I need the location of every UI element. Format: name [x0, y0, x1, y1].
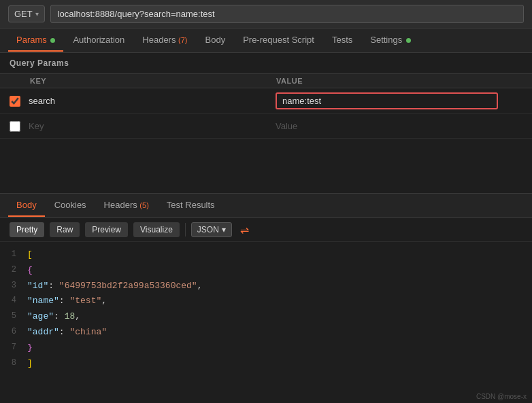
json-line: 4 "name": "test",	[0, 294, 532, 309]
line-number: 8	[0, 357, 27, 371]
watermark: CSDN @mose-x	[476, 393, 527, 400]
tab-params[interactable]: Params	[8, 29, 63, 52]
chevron-down-icon: ▾	[35, 10, 39, 18]
response-tab-headers[interactable]: Headers (5)	[96, 194, 157, 217]
token: :	[54, 311, 65, 321]
format-btn-pretty[interactable]: Pretty	[10, 222, 44, 237]
token: "china"	[69, 327, 107, 337]
json-line: 2 {	[0, 263, 532, 279]
token: :	[59, 327, 70, 337]
json-chevron-icon: ▾	[222, 225, 226, 234]
token: ,	[197, 281, 203, 291]
token: "name"	[27, 296, 59, 306]
line-content: ]	[27, 357, 33, 371]
line-content: [	[27, 248, 33, 262]
format-btn-preview[interactable]: Preview	[85, 222, 128, 237]
line-number: 3	[0, 279, 27, 294]
param-value-cell-placeholder: Value	[276, 121, 522, 131]
param-row-search: search	[0, 88, 532, 114]
section-label: Query Params	[0, 53, 532, 73]
json-line: 1[	[0, 247, 532, 263]
line-number: 2	[0, 264, 27, 278]
line-number: 7	[0, 341, 27, 355]
json-body: 1[2 {3 "id": "6499753bd2f2a99a53360ced",…	[0, 242, 532, 376]
spacer	[0, 139, 532, 193]
tab-tests[interactable]: Tests	[324, 29, 361, 52]
param-value-input-search[interactable]	[276, 92, 498, 109]
params-dot	[50, 38, 55, 43]
line-number: 1	[0, 248, 27, 262]
headers-badge: (7)	[178, 36, 187, 44]
line-content: }	[27, 341, 33, 355]
token: [	[27, 249, 33, 260]
format-btn-raw[interactable]: Raw	[50, 222, 80, 237]
token: "id"	[27, 281, 48, 291]
format-separator	[185, 223, 186, 236]
settings-dot	[406, 38, 411, 43]
line-content: "age": 18,	[27, 310, 80, 324]
line-content: "name": "test",	[27, 294, 107, 309]
json-line: 7 }	[0, 340, 532, 356]
json-line: 6 "addr": "china"	[0, 325, 532, 340]
token: 18	[65, 311, 76, 321]
method-selector[interactable]: GET ▾	[8, 5, 45, 22]
tab-body[interactable]: Body	[197, 29, 234, 52]
request-tabs-bar: Params Authorization Headers (7) Body Pr…	[0, 29, 532, 53]
tab-settings[interactable]: Settings	[362, 29, 419, 52]
response-tabs-bar: Body Cookies Headers (5) Test Results	[0, 194, 532, 218]
line-number: 4	[0, 294, 27, 309]
token: :	[59, 296, 70, 306]
token: ,	[101, 296, 107, 306]
param-row-placeholder: Key Value	[0, 114, 532, 139]
line-content: "addr": "china"	[27, 326, 107, 340]
param-checkbox-search[interactable]	[10, 96, 20, 107]
tab-headers[interactable]: Headers (7)	[134, 29, 195, 52]
col-key-header: KEY	[10, 77, 276, 85]
param-checkbox-placeholder[interactable]	[10, 121, 20, 132]
tab-authorization[interactable]: Authorization	[65, 29, 133, 52]
query-params-section: Query Params KEY VALUE search Key Value	[0, 53, 532, 139]
url-bar: GET ▾	[0, 0, 532, 29]
url-input[interactable]	[50, 5, 524, 23]
token: "test"	[69, 296, 101, 306]
format-btn-visualize[interactable]: Visualize	[133, 222, 180, 237]
table-header: KEY VALUE	[0, 73, 532, 88]
line-number: 5	[0, 310, 27, 324]
col-value-header: VALUE	[276, 77, 522, 85]
param-value-placeholder-text: Value	[276, 121, 297, 131]
json-line: 8]	[0, 356, 532, 372]
token: "addr"	[27, 327, 59, 337]
param-key-search: search	[29, 96, 276, 106]
line-number: 6	[0, 326, 27, 340]
tab-pre-request[interactable]: Pre-request Script	[235, 29, 322, 52]
json-format-selector[interactable]: JSON ▾	[191, 222, 232, 237]
token: "6499753bd2f2a99a53360ced"	[59, 281, 197, 291]
token: }	[27, 343, 33, 353]
json-format-label: JSON	[197, 225, 219, 234]
line-content: {	[27, 264, 33, 278]
param-key-placeholder: Key	[29, 121, 276, 131]
json-line: 5 "age": 18,	[0, 309, 532, 325]
param-value-cell-search	[276, 92, 522, 109]
response-section: Body Cookies Headers (5) Test Results Pr…	[0, 194, 532, 376]
line-content: "id": "6499753bd2f2a99a53360ced",	[27, 279, 202, 294]
token: {	[27, 265, 33, 275]
token: "age"	[27, 311, 54, 321]
response-headers-badge: (5)	[139, 201, 148, 209]
format-bar: Pretty Raw Preview Visualize JSON ▾ ⇌	[0, 218, 532, 242]
token: :	[48, 281, 59, 291]
token: ,	[75, 311, 80, 321]
json-line: 3 "id": "6499753bd2f2a99a53360ced",	[0, 279, 532, 294]
token: ]	[27, 358, 33, 368]
response-tab-test-results[interactable]: Test Results	[159, 194, 223, 217]
response-tab-cookies[interactable]: Cookies	[46, 194, 95, 217]
filter-icon[interactable]: ⇌	[240, 224, 249, 236]
method-label: GET	[14, 9, 33, 19]
response-tab-body[interactable]: Body	[8, 194, 45, 217]
